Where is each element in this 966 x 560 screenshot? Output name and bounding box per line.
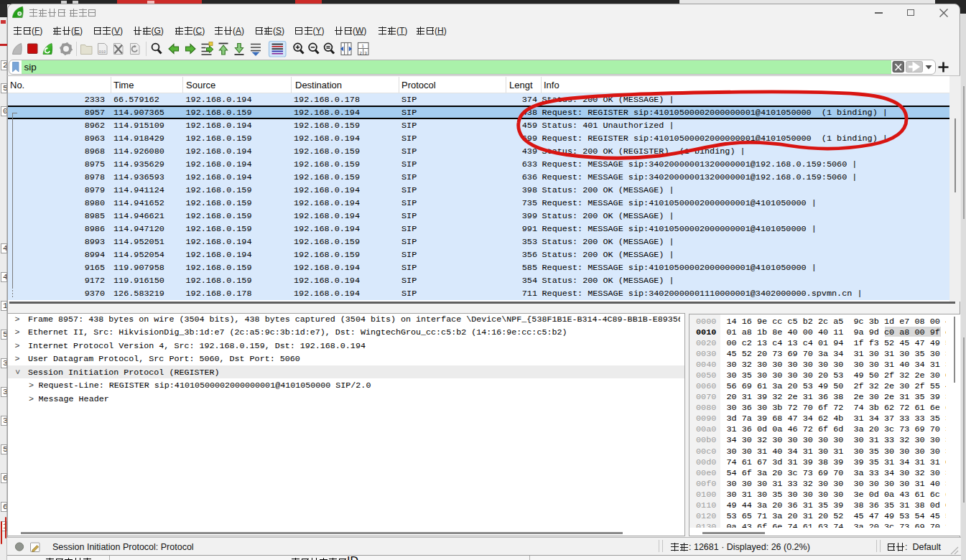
svg-text:010: 010 (99, 50, 106, 55)
